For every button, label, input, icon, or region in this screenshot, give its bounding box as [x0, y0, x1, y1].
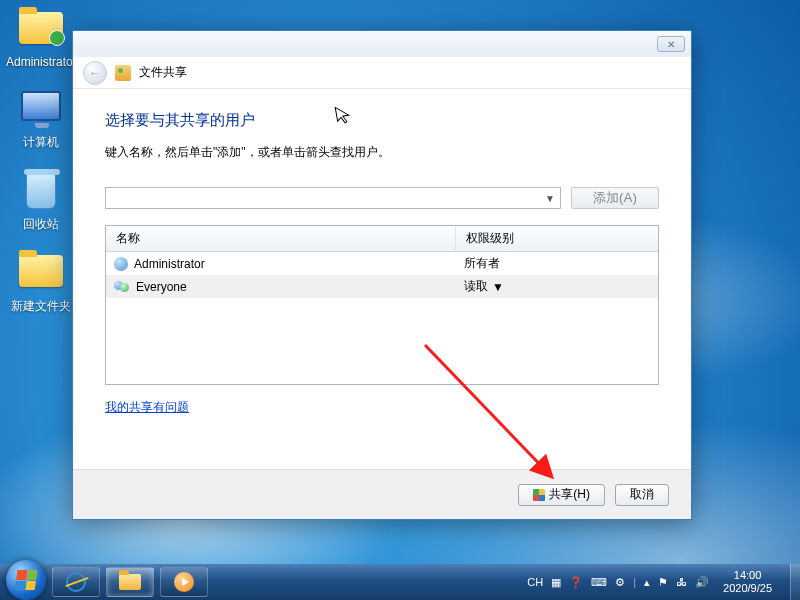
desktop-icon-label: 回收站	[6, 216, 76, 233]
dialog-body: 选择要与其共享的用户 键入名称，然后单击"添加"，或者单击箭头查找用户。 ▼ 添…	[73, 89, 691, 469]
system-tray: CH ▦ ❓ ⌨ ⚙ | ▴ ⚑ 🖧 🔊 14:00 2020/9/25	[527, 564, 794, 600]
desktop-icon-recycle-bin[interactable]: 回收站	[6, 173, 76, 233]
taskbar-explorer[interactable]	[106, 567, 154, 597]
cancel-button[interactable]: 取消	[615, 484, 669, 506]
table-row[interactable]: Administrator 所有者	[106, 252, 658, 275]
help-link[interactable]: 我的共享有问题	[105, 399, 189, 416]
clock-date: 2020/9/25	[723, 582, 772, 595]
explorer-icon	[119, 574, 141, 590]
desktop-icon-administrator[interactable]: Administrator	[6, 12, 76, 69]
arrow-left-icon: ←	[89, 66, 101, 80]
row-permission: 读取	[464, 278, 488, 295]
cancel-button-label: 取消	[630, 486, 654, 503]
chevron-down-icon[interactable]: ▼	[542, 190, 558, 206]
desktop-icon-computer[interactable]: 计算机	[6, 91, 76, 151]
desktop-icon-label: Administrator	[6, 55, 76, 69]
body-heading: 选择要与其共享的用户	[105, 111, 659, 130]
windows-logo-icon	[15, 570, 38, 590]
desktop-icon-label: 计算机	[6, 134, 76, 151]
media-player-icon	[174, 572, 194, 592]
start-button[interactable]	[6, 560, 46, 600]
back-button: ←	[83, 61, 107, 85]
row-name: Administrator	[134, 257, 205, 271]
table-header: 名称 权限级别	[106, 226, 658, 252]
desktop-icons: Administrator 计算机 回收站 新建文件夹	[6, 6, 76, 337]
row-permission: 所有者	[464, 255, 500, 272]
clock-time: 14:00	[723, 569, 772, 582]
show-desktop-button[interactable]	[790, 564, 800, 600]
permissions-table: 名称 权限级别 Administrator 所有者 Everyone 读取	[105, 225, 659, 385]
taskbar: CH ▦ ❓ ⌨ ⚙ | ▴ ⚑ 🖧 🔊 14:00 2020/9/25	[0, 564, 800, 600]
ime-indicator[interactable]: CH	[527, 576, 543, 588]
shield-icon	[533, 489, 545, 501]
dialog-title: 文件共享	[139, 64, 187, 81]
file-sharing-icon	[115, 65, 131, 81]
taskbar-ie[interactable]	[52, 567, 100, 597]
volume-icon[interactable]: 🔊	[695, 576, 709, 589]
dialog-titlebar: ✕	[73, 31, 691, 57]
dialog-footer: 共享(H) 取消	[73, 469, 691, 519]
file-sharing-dialog: ✕ ← 文件共享 选择要与其共享的用户 键入名称，然后单击"添加"，或者单击箭头…	[72, 30, 692, 520]
instruction-text: 键入名称，然后单击"添加"，或者单击箭头查找用户。	[105, 144, 659, 161]
close-button[interactable]: ✕	[657, 36, 685, 52]
taskbar-clock[interactable]: 14:00 2020/9/25	[723, 569, 772, 594]
desktop-icon-new-folder[interactable]: 新建文件夹	[6, 255, 76, 315]
options-icon[interactable]: ⚙	[615, 576, 625, 589]
keyboard-icon[interactable]: ⌨	[591, 576, 607, 589]
share-button-label: 共享(H)	[549, 486, 590, 503]
close-icon: ✕	[667, 39, 675, 50]
table-row[interactable]: Everyone 读取 ▼	[106, 275, 658, 298]
column-permission[interactable]: 权限级别	[456, 226, 658, 251]
column-name[interactable]: 名称	[106, 226, 456, 251]
user-icon	[114, 257, 128, 271]
group-icon	[114, 281, 130, 293]
row-name: Everyone	[136, 280, 187, 294]
add-button: 添加(A)	[571, 187, 659, 209]
ie-icon	[66, 572, 86, 592]
network-icon[interactable]: 🖧	[676, 576, 687, 588]
tray-expand-icon[interactable]: ▴	[644, 576, 650, 589]
taskbar-media-player[interactable]	[160, 567, 208, 597]
ime-options-icon[interactable]: ▦	[551, 576, 561, 589]
action-center-icon[interactable]: ⚑	[658, 576, 668, 589]
dialog-header: ← 文件共享	[73, 57, 691, 89]
user-combobox[interactable]: ▼	[105, 187, 561, 209]
permission-dropdown[interactable]: 读取 ▼	[456, 275, 658, 298]
desktop-icon-label: 新建文件夹	[6, 298, 76, 315]
share-button[interactable]: 共享(H)	[518, 484, 605, 506]
help-icon[interactable]: ❓	[569, 576, 583, 589]
chevron-down-icon: ▼	[492, 280, 504, 294]
